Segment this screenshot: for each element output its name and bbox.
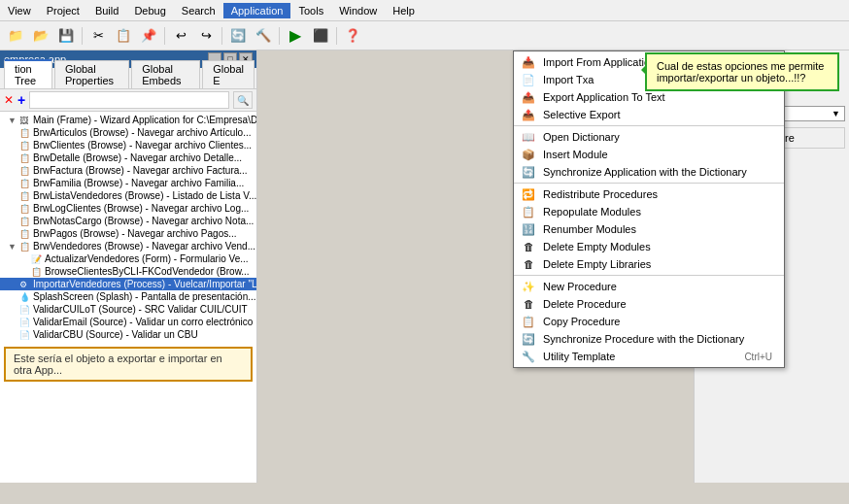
dropdown-item-sync-app[interactable]: 🔄 Synchronize Application with the Dicti…: [514, 163, 784, 181]
dropdown-item-renumber[interactable]: 🔢 Renumber Modules: [514, 220, 784, 238]
tb-copy[interactable]: 📋: [112, 25, 135, 47]
tree-item-selected[interactable]: ⚙ ImportarVendedores (Process) - Vuelcar…: [0, 278, 256, 290]
menu-help[interactable]: Help: [385, 3, 423, 18]
menu-project[interactable]: Project: [39, 3, 87, 18]
menu-view[interactable]: View: [0, 3, 39, 18]
item-icon: 📄: [19, 318, 31, 327]
tree-item[interactable]: 📋 BrwArticulos (Browse) - Navegar archiv…: [0, 126, 256, 139]
dropdown-item-selective-export[interactable]: 📤 Selective Export: [514, 106, 784, 123]
tb-refresh[interactable]: 🔄: [226, 25, 250, 47]
tree-item[interactable]: 📋 BrwPagos (Browse) - Navegar archivo Pa…: [0, 227, 256, 240]
item-label: ImportarVendedores (Process) - Vuelcar/I…: [33, 279, 256, 289]
item-label: BrwFamilia (Browse) - Navegar archivo Fa…: [33, 178, 244, 188]
tooltip-balloon: Cual de estas opciones me permite import…: [645, 52, 839, 91]
export-to-text-icon: 📤: [520, 90, 537, 104]
toolbar-sep-4: [279, 27, 280, 45]
tree-item[interactable]: 📄 ValidarEmail (Source) - Validar un cor…: [0, 316, 256, 328]
toolbar-sep-5: [336, 27, 337, 45]
dropdown-item-delete-procedure[interactable]: 🗑 Delete Procedure: [514, 295, 784, 313]
tab-global-e[interactable]: Global E: [202, 60, 255, 88]
menu-search[interactable]: Search: [174, 3, 223, 18]
dropdown-item-utility-template[interactable]: 🔧 Utility Template Ctrl+U: [514, 348, 784, 365]
tab-bar: tion Tree Global Properties Global Embed…: [0, 68, 256, 89]
dropdown-sep-3: [514, 275, 784, 276]
menu-build[interactable]: Build: [87, 3, 126, 18]
tree-area: ▼ 🖼 Main (Frame) - Wizard Application fo…: [0, 112, 256, 483]
item-icon: 📋: [19, 229, 31, 239]
tree-item[interactable]: 📄 ValidarCUILoT (Source) - SRC Validar C…: [0, 303, 256, 316]
dropdown-item-sync-procedure[interactable]: 🔄 Synchronize Procedure with the Diction…: [514, 330, 784, 348]
tree-item[interactable]: 📋 BrwFamilia (Browse) - Navegar archivo …: [0, 177, 256, 189]
menu-debug[interactable]: Debug: [126, 3, 173, 18]
shortcut-label: Ctrl+U: [744, 352, 776, 362]
item-icon: 📄: [19, 305, 31, 315]
dropdown-item-insert-module[interactable]: 📦 Insert Module: [514, 146, 784, 163]
tb-save[interactable]: 💾: [54, 25, 78, 47]
item-icon: 📋: [19, 179, 31, 188]
item-icon: 💧: [19, 292, 31, 302]
selective-export-icon: 📤: [520, 108, 537, 121]
tree-item[interactable]: 📋 BrwLogClientes (Browse) - Navegar arch…: [0, 202, 256, 215]
tree-item[interactable]: 📄 ValidarCBU (Source) - Validar un CBU: [0, 328, 256, 341]
tree-item[interactable]: 📋 BrwDetalle (Browse) - Navegar archivo …: [0, 151, 256, 164]
item-icon: 📄: [19, 330, 31, 340]
dropdown-item-delete-modules[interactable]: 🗑 Delete Empty Modules: [514, 238, 784, 255]
search-input[interactable]: [29, 91, 229, 109]
item-icon: 📋: [19, 217, 31, 226]
copy-procedure-icon: 📋: [520, 315, 537, 328]
utility-template-icon: 🔧: [520, 350, 537, 363]
tb-run[interactable]: ▶: [284, 25, 307, 47]
tooltip-text: Cual de estas opciones me permite import…: [657, 60, 824, 84]
tb-undo[interactable]: ↩: [169, 25, 192, 47]
tb-help[interactable]: ❓: [341, 25, 364, 47]
dropdown-item-open-dict[interactable]: 📖 Open Dictionary: [514, 128, 784, 146]
tree-item[interactable]: 📋 BrwFactura (Browse) - Navegar archivo …: [0, 164, 256, 177]
tree-item[interactable]: 📋 BrwNotasCargo (Browse) - Navegar archi…: [0, 215, 256, 227]
open-dict-icon: 📖: [520, 130, 537, 144]
item-label: BrwArticulos (Browse) - Navegar archivo …: [33, 127, 252, 138]
tb-new[interactable]: 📁: [4, 25, 27, 47]
tree-item[interactable]: 💧 SplashScreen (Splash) - Pantalla de pr…: [0, 290, 256, 303]
tb-stop[interactable]: ⬛: [309, 25, 332, 47]
menu-application[interactable]: Application: [223, 3, 291, 18]
tab-global-embeds[interactable]: Global Embeds: [131, 60, 200, 88]
tab-tree[interactable]: tion Tree: [4, 59, 52, 88]
add-icon[interactable]: +: [17, 92, 25, 108]
tab-global-props[interactable]: Global Properties: [54, 60, 129, 88]
bottom-export-note: Este sería el objeto a exportar e import…: [4, 347, 253, 382]
item-label: BrwClientes (Browse) - Navegar archivo C…: [33, 140, 252, 151]
tb-redo[interactable]: ↪: [194, 25, 218, 47]
tb-open[interactable]: 📂: [29, 25, 52, 47]
item-label: SplashScreen (Splash) - Pantalla de pres…: [33, 291, 256, 302]
search-button[interactable]: 🔍: [233, 91, 253, 109]
tree-item[interactable]: 📋 BrwListaVendedores (Browse) - Listado …: [0, 189, 256, 202]
expand-icon: ▼: [8, 242, 17, 252]
sync-procedure-icon: 🔄: [520, 332, 537, 346]
tree-item[interactable]: 📝 ActualizarVendedores (Form) - Formular…: [0, 252, 256, 265]
dropdown-menu: 📥 Import From Application 📄 Import Txa 📤…: [513, 50, 785, 368]
item-label: BrowseClientesByCLI-FKCodVendedor (Brow.…: [45, 266, 250, 277]
dropdown-item-redistribute[interactable]: 🔁 Redistribute Procedures: [514, 185, 784, 203]
item-icon: ⚙: [19, 280, 31, 289]
tree-item[interactable]: ▼ 📋 BrwVendedores (Browse) - Navegar arc…: [0, 240, 256, 252]
menu-bar: View Project Build Debug Search Applicat…: [0, 0, 849, 21]
menu-window[interactable]: Window: [331, 3, 385, 18]
dropdown-item-repopulate[interactable]: 📋 Repopulate Modules: [514, 203, 784, 220]
item-icon: 📋: [19, 128, 31, 138]
remove-icon[interactable]: ✕: [4, 93, 14, 107]
menu-tools[interactable]: Tools: [290, 3, 331, 18]
sync-app-icon: 🔄: [520, 165, 537, 179]
tree-item[interactable]: 📋 BrowseClientesByCLI-FKCodVendedor (Bro…: [0, 265, 256, 278]
toolbar-sep-2: [164, 27, 165, 45]
item-icon: 📋: [19, 204, 31, 214]
dropdown-item-new-procedure[interactable]: ✨ New Procedure: [514, 278, 784, 295]
tree-item[interactable]: ▼ 🖼 Main (Frame) - Wizard Application fo…: [0, 114, 256, 126]
dropdown-item-delete-libraries[interactable]: 🗑 Delete Empty Libraries: [514, 255, 784, 273]
tb-cut[interactable]: ✂: [86, 25, 110, 47]
dropdown-item-copy-procedure[interactable]: 📋 Copy Procedure: [514, 313, 784, 330]
chevron-down-icon: ▼: [832, 109, 840, 118]
toolbar-sep-3: [221, 27, 222, 45]
tb-build[interactable]: 🔨: [252, 25, 275, 47]
tb-paste[interactable]: 📌: [137, 25, 160, 47]
tree-item[interactable]: 📋 BrwClientes (Browse) - Navegar archivo…: [0, 139, 256, 151]
